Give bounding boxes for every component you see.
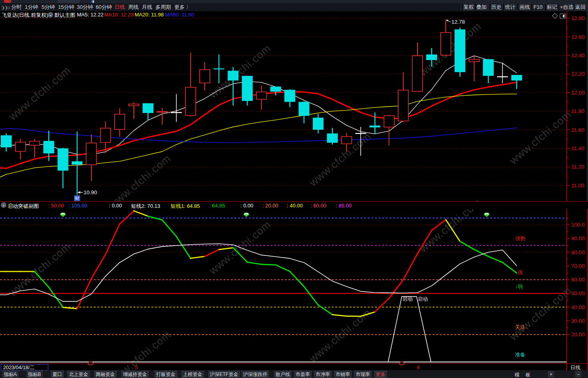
- menu-item-15分钟[interactable]: 15分钟: [58, 4, 74, 10]
- toolbar-item-市净率[interactable]: 市净率: [313, 371, 332, 378]
- candle-body-down[interactable]: [313, 118, 324, 130]
- candle-body-down[interactable]: [270, 86, 281, 92]
- menu-separator: [489, 4, 490, 11]
- toolbar-item-市盈率[interactable]: 市盈率: [293, 371, 312, 378]
- indicator-axis-label: 70.00: [571, 263, 585, 269]
- toolbar-item-市销率[interactable]: 市销率: [333, 371, 352, 378]
- menu-item-5分钟[interactable]: 5分钟: [42, 4, 55, 10]
- toolbar-item-更多[interactable]: 更多: [373, 371, 388, 378]
- toolbar-item-指标A[interactable]: 指标A: [2, 371, 19, 378]
- candle-body-down[interactable]: [43, 141, 54, 153]
- chart-canvas[interactable]: www.cfchi.comwww.cfchi.comwww.cfchi.comw…: [0, 0, 588, 378]
- menu-item-更多 〉[interactable]: 更多 〉: [174, 4, 191, 10]
- indicator-axis-label: 60.00: [571, 277, 585, 283]
- menu-item-复权[interactable]: 复权: [463, 4, 474, 10]
- candle-body-up[interactable]: [101, 128, 111, 143]
- candle-body-up[interactable]: [157, 111, 167, 112]
- instrument-info-bar: 飞亚达(日线.前复权) ⌄ 默认主图 MA5: 12.22MA10: 12.23…: [0, 11, 585, 19]
- candle-body-up[interactable]: [384, 116, 395, 127]
- indicator-axis-label: 40.00: [571, 304, 585, 310]
- template-label[interactable]: 模 板: [515, 372, 533, 378]
- candle-body-down[interactable]: [228, 71, 238, 80]
- indicator-axis-label: 100.0: [571, 222, 585, 228]
- toolbar-item-沪深涨跌停[interactable]: 沪深涨跌停: [241, 371, 270, 378]
- toolbar-item-北上资金[interactable]: 北上资金: [66, 371, 91, 378]
- candle-body-up[interactable]: [115, 114, 125, 129]
- toolbar-item-两融资金[interactable]: 两融资金: [93, 371, 117, 378]
- menu-separator: [503, 4, 504, 11]
- menu-item-30分钟[interactable]: 30分钟: [77, 4, 93, 10]
- zoom-out-button[interactable]: −: [574, 371, 582, 378]
- candle-body-up[interactable]: [30, 141, 40, 145]
- ma-value-label: MA10: 12.23: [104, 12, 134, 18]
- candle-body-down[interactable]: [58, 148, 68, 171]
- toolbar-item-市现率[interactable]: 市现率: [353, 371, 373, 378]
- candle-body-down[interactable]: [426, 54, 437, 60]
- toolbar-item-窗口[interactable]: 窗口: [50, 371, 64, 378]
- menu-item-60分钟[interactable]: 60分钟: [96, 4, 112, 10]
- candle-body-down[interactable]: [369, 126, 380, 128]
- menu-item-日线[interactable]: 日线: [115, 4, 125, 10]
- menu-item-画线[interactable]: 画线: [520, 4, 530, 10]
- candle-body-down[interactable]: [284, 90, 295, 102]
- toolbar-item-指标B[interactable]: 指标B: [26, 371, 43, 378]
- candle-body-up[interactable]: [256, 92, 267, 99]
- candle-body-down[interactable]: [143, 103, 153, 113]
- toolbar-item-散户线[interactable]: 散户线: [273, 371, 292, 378]
- sub-indicator-header: ⌄ 启动突破副图: 50.00: 105.00: 0.00短线2: 70.13短…: [0, 201, 588, 209]
- price-axis-label: 12.00: [571, 90, 585, 96]
- toolbar-item-打板资金[interactable]: 打板资金: [154, 371, 178, 378]
- menu-item-1分钟[interactable]: 1分钟: [25, 4, 38, 10]
- event-mark-icon: [399, 362, 405, 365]
- bottom-toolbar: 指标A指标B窗口北上资金两融资金增减持资金打板资金上榜资金沪深ETF资金沪深涨跌…: [0, 370, 588, 378]
- candle-body-down[interactable]: [483, 59, 494, 76]
- high-price-label: 12.78: [451, 19, 465, 25]
- candle-body-down[interactable]: [455, 29, 465, 72]
- candle-body-up[interactable]: [185, 87, 196, 115]
- toolbar-item-沪深ETF资金[interactable]: 沪深ETF资金: [207, 371, 241, 378]
- candle-body-up[interactable]: [341, 137, 352, 144]
- menu-item-叠加[interactable]: 叠加: [476, 4, 487, 10]
- candle-body-down[interactable]: [1, 135, 12, 147]
- candle-body-down[interactable]: [72, 161, 83, 165]
- candle-body-up[interactable]: [398, 90, 409, 121]
- menu-item-+自选[interactable]: +自选: [560, 4, 574, 10]
- menu-separator: [545, 4, 546, 11]
- candle-body-down[interactable]: [213, 68, 224, 69]
- window-layout-icon[interactable]: ❯❯▯: [2, 5, 12, 10]
- menu-item-多周期[interactable]: 多周期: [155, 4, 171, 10]
- candle-body-down[interactable]: [242, 76, 253, 101]
- toolbar-item-上榜资金[interactable]: 上榜资金: [181, 371, 205, 378]
- menu-item-分时[interactable]: 分时: [11, 4, 22, 10]
- main-chart-style-label[interactable]: 默认主图: [54, 12, 75, 19]
- candle-body-up[interactable]: [412, 56, 423, 91]
- candle-body-up[interactable]: [199, 70, 209, 83]
- candle-body-up[interactable]: [129, 104, 139, 106]
- menu-item-月线[interactable]: 月线: [142, 4, 152, 10]
- candle-body-up[interactable]: [15, 142, 26, 151]
- menu-item-历史[interactable]: 历史: [491, 4, 501, 10]
- menu-item-周线[interactable]: 周线: [128, 4, 139, 10]
- price-axis-label: 11.80: [571, 108, 584, 114]
- chevron-down-icon[interactable]: ⌄: [1, 202, 6, 208]
- candle-body-down[interactable]: [298, 102, 309, 116]
- menu-item-F10[interactable]: F10: [534, 4, 542, 10]
- candle-body-up[interactable]: [441, 32, 451, 55]
- menu-item-标记[interactable]: 标记: [547, 4, 557, 10]
- candle-body-down[interactable]: [327, 133, 338, 143]
- menu-item-统计[interactable]: 统计: [505, 4, 516, 10]
- chevron-down-icon[interactable]: ⌄: [48, 12, 53, 18]
- price-axis-label: 12.40: [571, 52, 585, 58]
- menu-separator: [475, 4, 476, 11]
- window-tab[interactable]: [57, 0, 80, 3]
- period-menu-bar: ❯❯▯ 分时1分钟5分钟15分钟30分钟60分钟日线周线月线多周期更多 〉复权叠…: [0, 3, 588, 11]
- zone-label: ↑强: [515, 270, 523, 275]
- price-axis-label: 11.40: [571, 145, 584, 151]
- menu-item-返回[interactable]: 返回: [575, 4, 586, 10]
- candle-body-down[interactable]: [511, 75, 522, 80]
- candle-body-up[interactable]: [86, 143, 97, 165]
- zoom-in-button[interactable]: +: [547, 371, 555, 378]
- candle-body-up[interactable]: [469, 59, 479, 61]
- indicator-line1-seg: [262, 264, 276, 265]
- toolbar-item-增减持资金[interactable]: 增减持资金: [121, 371, 149, 378]
